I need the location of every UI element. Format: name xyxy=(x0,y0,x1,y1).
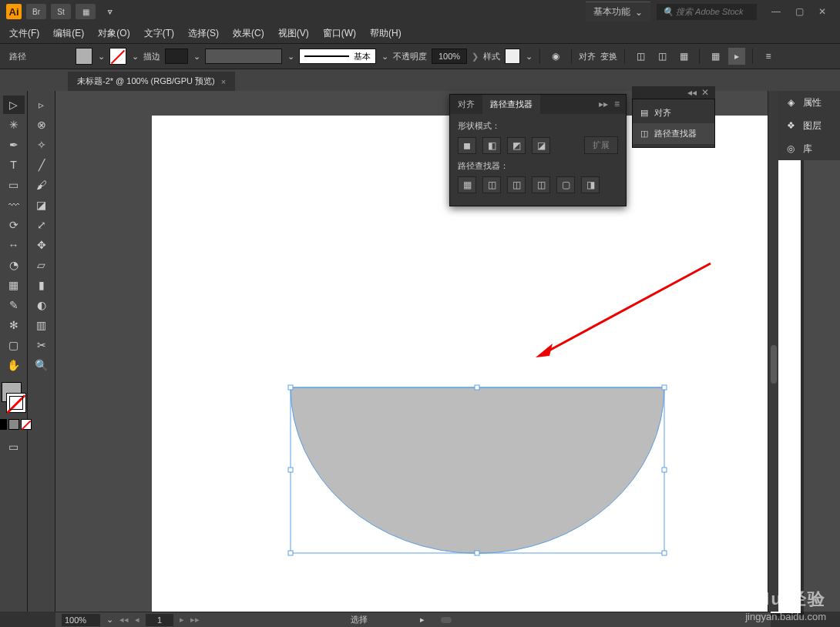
flyout-align[interactable]: ▤ 对齐 xyxy=(633,102,714,123)
intersect-button[interactable]: ◩ xyxy=(507,137,526,154)
graph-tool[interactable]: ▥ xyxy=(31,316,52,334)
first-artboard[interactable]: ◂◂ xyxy=(119,615,129,625)
scale-tool[interactable]: ⤢ xyxy=(31,216,52,234)
hscroll-thumb[interactable] xyxy=(441,617,452,623)
last-artboard[interactable]: ▸▸ xyxy=(190,615,200,625)
stroke-weight-dropdown[interactable]: ⌄ xyxy=(193,52,200,62)
trim-button[interactable]: ◫ xyxy=(482,176,501,193)
maximize-button[interactable]: ▢ xyxy=(788,2,811,22)
mesh-tool[interactable]: ▦ xyxy=(3,276,25,294)
next-artboard[interactable]: ▸ xyxy=(180,615,184,625)
none-mode[interactable] xyxy=(21,419,32,430)
brush-dropdown[interactable]: ⌄ xyxy=(381,52,388,62)
align-pixel-icon[interactable]: ▦ xyxy=(707,48,724,65)
prev-artboard[interactable]: ◂ xyxy=(135,615,139,625)
menu-object[interactable]: 对象(O) xyxy=(98,27,129,40)
rp-layers[interactable]: ❖ 图层 xyxy=(778,114,840,137)
brush-tool[interactable]: 🖌 xyxy=(31,176,52,194)
type-tool[interactable]: T xyxy=(3,156,25,174)
fill-swatch[interactable] xyxy=(76,48,92,65)
artboard-tool[interactable]: ▢ xyxy=(3,336,25,354)
minus-back-button[interactable]: ◨ xyxy=(581,176,600,193)
stroke-profile[interactable] xyxy=(205,49,282,64)
symbol-sprayer-tool[interactable]: ✻ xyxy=(3,316,25,334)
menu-window[interactable]: 窗口(W) xyxy=(323,27,356,40)
color-mode[interactable] xyxy=(0,419,7,430)
vertical-scrollbar[interactable] xyxy=(768,91,778,612)
close-tab-icon[interactable]: × xyxy=(221,77,226,86)
curvature-tool[interactable]: 〰 xyxy=(3,196,25,214)
recolor-icon[interactable]: ◉ xyxy=(547,48,564,65)
zoom-dropdown-icon[interactable]: ⌄ xyxy=(106,615,113,625)
arrange-docs-button[interactable]: ▦ xyxy=(76,4,96,19)
rp-libraries[interactable]: ◎ 库 xyxy=(778,137,840,160)
artboard-number[interactable]: 1 xyxy=(146,614,173,626)
unite-button[interactable]: ◼ xyxy=(458,137,476,154)
close-icon[interactable]: ✕ xyxy=(701,87,709,98)
transform-label[interactable]: 变换 xyxy=(600,51,617,62)
stroke-square[interactable] xyxy=(6,393,26,413)
gradient-tool[interactable]: ▮ xyxy=(31,276,52,294)
blend-tool[interactable]: ◐ xyxy=(31,296,52,314)
search-input[interactable]: 🔍 搜索 Adobe Stock xyxy=(657,4,757,20)
divide-button[interactable]: ▦ xyxy=(458,176,476,193)
eyedropper-tool[interactable]: ✎ xyxy=(3,296,25,314)
perspective-tool[interactable]: ▱ xyxy=(31,256,52,274)
screen-mode[interactable]: ▭ xyxy=(3,438,25,456)
fill-dropdown[interactable]: ⌄ xyxy=(97,52,105,62)
arrow-right-icon[interactable]: ❯ xyxy=(472,52,479,62)
free-transform-tool[interactable]: ✥ xyxy=(31,236,52,254)
menu-select[interactable]: 选择(S) xyxy=(188,27,219,40)
minus-front-button[interactable]: ◧ xyxy=(482,137,501,154)
hand-tool[interactable]: ✋ xyxy=(3,356,25,374)
graphic-style-dropdown[interactable]: ⌄ xyxy=(525,52,533,62)
canvas[interactable] xyxy=(55,91,840,612)
slice-tool[interactable]: ✂ xyxy=(31,336,52,354)
close-button[interactable]: ✕ xyxy=(811,2,834,22)
menu-type[interactable]: 文字(T) xyxy=(144,27,174,40)
panel-menu-icon[interactable]: ≡ xyxy=(614,99,620,110)
gpu-button[interactable]: ⛛ xyxy=(100,4,120,19)
rectangle-tool[interactable]: ▭ xyxy=(3,176,25,194)
brush-definition[interactable]: 基本 xyxy=(299,49,376,64)
merge-button[interactable]: ◫ xyxy=(507,176,526,193)
group-icon[interactable]: ◫ xyxy=(654,48,670,65)
menu-effect[interactable]: 效果(C) xyxy=(233,27,264,40)
panel-menu-icon[interactable]: ≡ xyxy=(760,48,777,65)
snap-icon[interactable]: ▸ xyxy=(728,48,745,65)
stroke-swatch[interactable] xyxy=(109,48,126,65)
zoom-input[interactable]: 100% xyxy=(62,614,100,626)
bridge-button[interactable]: Br xyxy=(26,4,46,19)
tab-align[interactable]: 对齐 xyxy=(450,95,482,114)
stock-button[interactable]: St xyxy=(51,4,71,19)
menu-edit[interactable]: 编辑(E) xyxy=(53,27,84,40)
exclude-button[interactable]: ◪ xyxy=(532,137,550,154)
align-label[interactable]: 对齐 xyxy=(579,51,596,62)
fill-stroke-control[interactable] xyxy=(0,381,28,414)
gradient-mode[interactable] xyxy=(8,419,19,430)
stroke-profile-dropdown[interactable]: ⌄ xyxy=(287,52,294,62)
stroke-dropdown[interactable]: ⌄ xyxy=(131,52,139,62)
document-tab[interactable]: 未标题-2* @ 100% (RGB/GPU 预览) × xyxy=(68,72,235,91)
rp-properties[interactable]: ◈ 属性 xyxy=(778,91,840,114)
tab-pathfinder[interactable]: 路径查找器 xyxy=(482,95,540,114)
line-tool[interactable]: ╱ xyxy=(31,156,52,174)
stroke-weight-input[interactable] xyxy=(165,49,188,64)
graphic-style-swatch[interactable] xyxy=(505,49,520,64)
rotate-tool[interactable]: ⟳ xyxy=(3,216,25,234)
flyout-pathfinder[interactable]: ◫ 路径查找器 xyxy=(633,123,714,144)
menu-view[interactable]: 视图(V) xyxy=(278,27,309,40)
direct-selection-tool[interactable]: ▹ xyxy=(31,96,52,114)
collapse-icon[interactable]: ▸▸ xyxy=(599,99,608,110)
pen-tool[interactable]: ✒ xyxy=(3,136,25,154)
flyout-header[interactable]: ◂◂ ✕ xyxy=(632,86,715,99)
expand-button[interactable]: 扩展 xyxy=(584,136,618,154)
outline-button[interactable]: ▢ xyxy=(556,176,575,193)
horizontal-scrollbar[interactable] xyxy=(348,615,698,625)
magic-wand-tool[interactable]: ✳ xyxy=(3,116,25,134)
eraser-tool[interactable]: ◪ xyxy=(31,196,52,214)
menu-help[interactable]: 帮助(H) xyxy=(370,27,402,40)
shape-builder-tool[interactable]: ◔ xyxy=(3,256,25,274)
isolate-icon[interactable]: ◫ xyxy=(632,48,649,65)
lasso-tool[interactable]: ⊗ xyxy=(31,116,52,134)
